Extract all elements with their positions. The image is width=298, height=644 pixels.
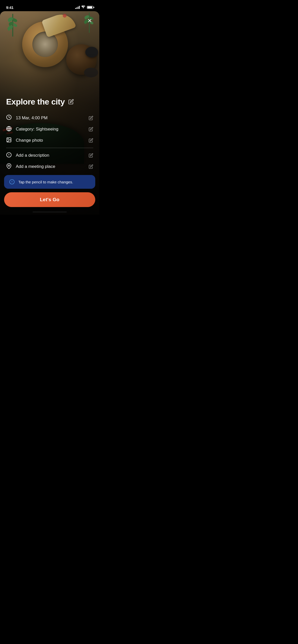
signal-icon (75, 6, 80, 9)
status-bar: 9:41 (0, 0, 99, 11)
datetime-edit-icon[interactable] (89, 116, 93, 120)
category-text: Category: Sightseeing (16, 127, 85, 132)
svg-point-4 (8, 139, 8, 139)
photo-icon (6, 137, 12, 144)
add-meeting-place-text: Add a meeting place (16, 164, 85, 169)
add-meeting-place-row: Add a meeting place (6, 163, 93, 170)
divider (6, 148, 93, 148)
event-title-row: Explore the city (6, 97, 93, 106)
add-description-text: Add a description (16, 153, 85, 158)
change-photo-text: Change photo (16, 138, 85, 143)
hint-info-icon (9, 179, 15, 185)
main-card: ✕ Explore the city (0, 11, 99, 215)
close-icon: ✕ (87, 18, 92, 24)
category-edit-icon[interactable] (89, 127, 93, 131)
content-layer: ✕ Explore the city (0, 11, 99, 215)
category-icon (6, 126, 12, 133)
description-edit-icon[interactable] (89, 153, 93, 158)
hint-banner: Tap the pencil to make changes. (4, 175, 95, 189)
datetime-text: 13 Mar, 4:00 PM (16, 115, 85, 121)
info-rows: 13 Mar, 4:00 PM Category: Sightseeing (0, 114, 99, 144)
wifi-icon (81, 5, 85, 10)
title-section: Explore the city (0, 97, 99, 114)
close-button[interactable]: ✕ (85, 16, 94, 25)
clock-icon (6, 114, 12, 121)
status-icons (75, 5, 93, 10)
title-edit-icon[interactable] (68, 99, 74, 105)
lets-go-button[interactable]: Let's Go (4, 192, 95, 207)
description-icon (6, 152, 12, 159)
datetime-row: 13 Mar, 4:00 PM (6, 114, 93, 121)
svg-point-8 (8, 165, 10, 166)
meeting-place-edit-icon[interactable] (89, 164, 93, 169)
add-description-row: Add a description (6, 152, 93, 159)
location-icon (6, 163, 12, 170)
event-title: Explore the city (6, 97, 65, 106)
category-row: Category: Sightseeing (6, 126, 93, 133)
bottom-actions: Add a description Add a meeting place (0, 152, 99, 170)
hint-text: Tap the pencil to make changes. (18, 180, 73, 184)
photo-edit-icon[interactable] (89, 138, 93, 143)
battery-icon (87, 6, 93, 9)
change-photo-row: Change photo (6, 137, 93, 144)
lets-go-label: Let's Go (40, 197, 60, 202)
status-time: 9:41 (6, 5, 13, 10)
